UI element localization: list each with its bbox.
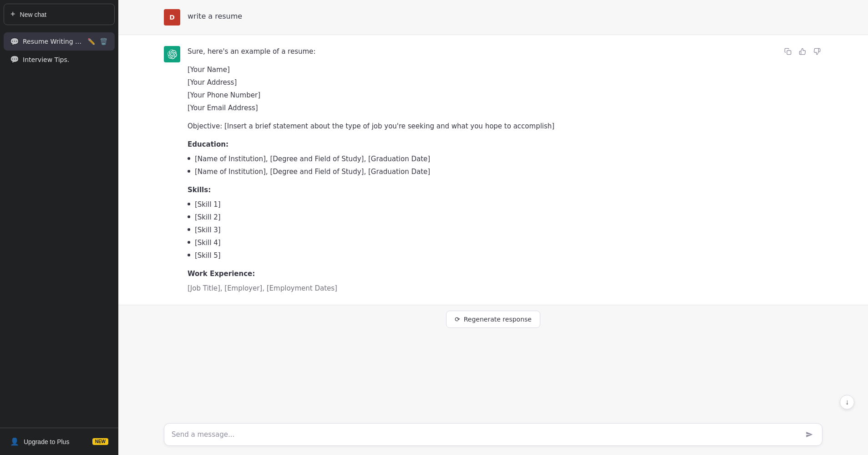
chat-area: D write a resume Sure, here's an example…: [118, 0, 868, 418]
resume-objective: Objective: [Insert a brief statement abo…: [188, 121, 822, 132]
new-chat-button[interactable]: + New chat: [4, 4, 115, 25]
bullet-dot: [188, 203, 190, 205]
bullet-dot: [188, 157, 190, 160]
work-header: Work Experience:: [188, 268, 822, 279]
chat-icon: 💬: [10, 55, 19, 64]
education-item-text: [Name of Institution], [Degree and Field…: [195, 153, 430, 164]
skill-item-2: [Skill 2]: [188, 212, 822, 223]
sidebar-item-resume-writing[interactable]: 💬 Resume Writing Guide. ✏️ 🗑️: [4, 32, 115, 51]
resume-contact: [Your Name] [Your Address] [Your Phone N…: [188, 64, 822, 113]
work-truncated: [Job Title], [Employer], [Employment Dat…: [188, 283, 822, 294]
regenerate-button[interactable]: ⟳ Regenerate response: [446, 311, 540, 328]
bullet-dot: [188, 254, 190, 256]
skill-item-1: [Skill 1]: [188, 199, 822, 210]
skill-text: [Skill 5]: [195, 250, 221, 261]
user-message-text: write a resume: [188, 9, 242, 20]
bullet-dot: [188, 228, 190, 231]
new-chat-label: New chat: [20, 11, 46, 18]
resume-name: [Your Name]: [188, 64, 822, 75]
regenerate-label: Regenerate response: [464, 316, 532, 323]
chat-icon: 💬: [10, 37, 19, 46]
sidebar-bottom: 👤 Upgrade to Plus NEW: [0, 428, 118, 455]
resume-address: [Your Address]: [188, 77, 822, 88]
education-header: Education:: [188, 139, 822, 150]
user-avatar: D: [164, 9, 180, 26]
thumbs-down-button[interactable]: [812, 46, 822, 59]
skills-header: Skills:: [188, 184, 822, 195]
assistant-intro: Sure, here's an example of a resume:: [188, 46, 822, 57]
delete-chat-button[interactable]: 🗑️: [99, 37, 108, 46]
svg-rect-0: [787, 51, 791, 55]
upgrade-label: Upgrade to Plus: [24, 438, 69, 445]
scroll-down-button[interactable]: ↓: [840, 395, 854, 409]
skill-item-5: [Skill 5]: [188, 250, 822, 261]
assistant-message-row: Sure, here's an example of a resume: [Yo…: [118, 35, 868, 305]
sidebar-top: + New chat: [0, 0, 118, 29]
skill-item-4: [Skill 4]: [188, 237, 822, 248]
message-input[interactable]: [172, 429, 804, 440]
rename-chat-button[interactable]: ✏️: [86, 37, 96, 46]
user-icon: 👤: [10, 437, 19, 446]
chat-item-actions: ✏️ 🗑️: [86, 37, 108, 46]
skill-item-3: [Skill 3]: [188, 225, 822, 235]
input-wrapper: [164, 423, 822, 446]
copy-button[interactable]: [782, 46, 793, 59]
bullet-dot: [188, 170, 190, 173]
chat-list: 💬 Resume Writing Guide. ✏️ 🗑️ 💬 Intervie…: [0, 29, 118, 428]
education-item-text: [Name of Institution], [Degree and Field…: [195, 166, 430, 177]
skill-text: [Skill 2]: [195, 212, 221, 223]
plus-icon: +: [10, 10, 15, 19]
objective-text: [Insert a brief statement about the type…: [224, 122, 554, 130]
send-button[interactable]: [804, 429, 815, 440]
sidebar: + New chat 💬 Resume Writing Guide. ✏️ 🗑️…: [0, 0, 118, 455]
assistant-content: Sure, here's an example of a resume: [Yo…: [188, 46, 822, 294]
assistant-action-buttons: [782, 46, 822, 59]
skill-text: [Skill 3]: [195, 225, 221, 235]
bullet-dot: [188, 215, 190, 218]
thumbs-up-button[interactable]: [797, 46, 808, 59]
main-content: D write a resume Sure, here's an example…: [118, 0, 868, 455]
education-item-2: [Name of Institution], [Degree and Field…: [188, 166, 822, 177]
education-item-1: [Name of Institution], [Degree and Field…: [188, 153, 822, 164]
regenerate-area: ⟳ Regenerate response: [118, 305, 868, 332]
resume-email: [Your Email Address]: [188, 102, 822, 113]
bullet-dot: [188, 241, 190, 244]
upgrade-to-plus-button[interactable]: 👤 Upgrade to Plus NEW: [4, 432, 115, 451]
sidebar-item-label: Interview Tips.: [23, 56, 108, 63]
assistant-avatar: [164, 46, 180, 62]
skill-text: [Skill 4]: [195, 237, 221, 248]
resume-phone: [Your Phone Number]: [188, 90, 822, 101]
user-message-row: D write a resume: [118, 0, 868, 35]
regenerate-icon: ⟳: [455, 316, 460, 323]
new-badge: NEW: [92, 438, 108, 445]
sidebar-item-interview-tips[interactable]: 💬 Interview Tips. ✏️ 🗑️: [4, 51, 115, 68]
user-initial: D: [169, 14, 175, 21]
skill-text: [Skill 1]: [195, 199, 221, 210]
objective-label: Objective:: [188, 122, 222, 130]
sidebar-item-label: Resume Writing Guide.: [23, 38, 83, 45]
input-area: [118, 418, 868, 455]
